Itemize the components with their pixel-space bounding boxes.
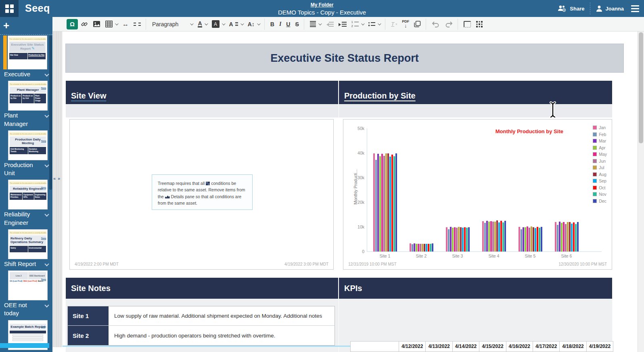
legend-item-feb[interactable]: Feb bbox=[593, 132, 607, 137]
sidebar-item-oee-not-today[interactable]: OEE not today bbox=[0, 300, 52, 319]
site-notes-table[interactable]: Site 1 Low supply of raw material. Addit… bbox=[67, 306, 335, 346]
italic-button[interactable]: I bbox=[277, 20, 283, 29]
chevron-down-icon[interactable] bbox=[44, 72, 49, 76]
line-height-button[interactable]: A↕ bbox=[246, 20, 261, 29]
sidebar-thumbnail-reliability-engineer[interactable]: The schedule for this document is curren… bbox=[8, 180, 48, 210]
font-size-button[interactable]: A bbox=[227, 20, 245, 29]
sidebar-scrollbar-thumb[interactable] bbox=[49, 36, 52, 190]
legend-item-apr[interactable]: Apr bbox=[593, 145, 607, 150]
sidebar-bottom-highlight bbox=[0, 343, 49, 348]
site-note-cell[interactable]: Low supply of raw material. Additional s… bbox=[109, 306, 335, 325]
sidebar-item-reliability-engineer[interactable]: Reliability Engineer bbox=[0, 210, 52, 228]
undo-button[interactable] bbox=[430, 20, 442, 29]
chevron-down-icon[interactable] bbox=[44, 303, 49, 307]
kpi-table[interactable]: 4/12/20224/13/20224/14/20224/15/20224/16… bbox=[350, 341, 613, 352]
full-width-button[interactable]: ↔ bbox=[120, 19, 131, 29]
highlight-color-button[interactable]: A bbox=[210, 19, 226, 29]
treemap-warning[interactable]: Treemap requires that all conditions be … bbox=[152, 174, 253, 210]
hamburger-menu-icon[interactable] bbox=[629, 4, 641, 14]
user-menu[interactable]: Joanna bbox=[596, 5, 624, 12]
paragraph-style-dropdown[interactable]: Paragraph bbox=[150, 20, 195, 29]
section-header-kpis[interactable]: KPIs bbox=[339, 278, 612, 299]
legend-item-oct[interactable]: Oct bbox=[593, 185, 607, 190]
table-row: Site 1 Low supply of raw material. Addit… bbox=[68, 306, 335, 326]
legend-label: Mar bbox=[599, 138, 606, 143]
bullet-list-dropdown[interactable] bbox=[366, 21, 383, 27]
sidebar-item-production-unit[interactable]: Production Unit bbox=[0, 160, 52, 179]
legend-item-may[interactable]: May bbox=[593, 152, 607, 157]
legend-item-aug[interactable]: Aug bbox=[593, 172, 607, 177]
copy-document-button[interactable] bbox=[412, 19, 423, 29]
collapse-sidebar-button[interactable]: « bbox=[53, 176, 56, 181]
background-pattern-button[interactable] bbox=[474, 19, 485, 29]
legend-item-dec[interactable]: Dec bbox=[593, 199, 607, 203]
bar-jul-site-3 bbox=[458, 227, 460, 251]
splitter-strip[interactable] bbox=[53, 31, 57, 347]
font-color-button[interactable]: A bbox=[196, 20, 209, 29]
sidebar-item-shift-report[interactable]: Shift Report bbox=[0, 259, 52, 270]
document-canvas[interactable]: Executive Site Status Report Site View P… bbox=[63, 31, 638, 352]
sidebar-item-executive[interactable]: Executive bbox=[0, 69, 52, 80]
sidebar-item-batch-report[interactable]: Batch Report bbox=[0, 350, 52, 352]
bar-jul-site-2 bbox=[422, 244, 423, 252]
bar-jun-site-2 bbox=[420, 244, 421, 251]
export-pdf-button[interactable]: PDF↓ bbox=[400, 19, 411, 29]
bar-mar-site-3 bbox=[450, 227, 452, 251]
section-header-site-view[interactable]: Site View bbox=[66, 81, 338, 104]
bar-jun-site-6 bbox=[565, 224, 567, 251]
indent-button[interactable] bbox=[337, 21, 349, 28]
splitter-strip[interactable] bbox=[58, 31, 61, 347]
align-dropdown[interactable] bbox=[308, 20, 323, 29]
legend-item-nov[interactable]: Nov bbox=[593, 192, 607, 197]
sidebar-thumbnail-executive[interactable]: The schedule for this document is curren… bbox=[8, 36, 47, 69]
underline-button[interactable]: U bbox=[284, 20, 292, 29]
expand-sidebar-button[interactable]: » bbox=[58, 176, 60, 181]
sidebar-thumbnail-shift-report[interactable]: The schedule for this document is curren… bbox=[8, 229, 48, 259]
sidebar-thumbnail-plant-manager[interactable]: The schedule for this document is curren… bbox=[8, 81, 48, 111]
section-header-production-by-site[interactable]: Production by Site bbox=[339, 81, 612, 104]
insert-seeq-content-button[interactable]: Ω bbox=[67, 19, 78, 29]
legend-item-jun[interactable]: Jun bbox=[593, 159, 607, 163]
spacer-row bbox=[339, 105, 612, 117]
page-scrollbar[interactable] bbox=[638, 31, 644, 352]
fixed-width-view-button[interactable] bbox=[462, 20, 473, 29]
share-button[interactable]: Share bbox=[557, 5, 584, 12]
page-break-button[interactable] bbox=[132, 21, 143, 27]
chevron-down-icon[interactable] bbox=[44, 113, 49, 118]
ordered-list-dropdown[interactable]: 12 bbox=[349, 19, 366, 29]
strikethrough-button[interactable]: S bbox=[293, 20, 301, 29]
legend-item-jan[interactable]: Jan bbox=[593, 125, 607, 130]
legend-item-jul[interactable]: Jul bbox=[593, 165, 607, 170]
section-header-site-notes[interactable]: Site Notes bbox=[66, 278, 338, 299]
bar-oct-site-3 bbox=[464, 227, 466, 251]
bold-button[interactable]: B bbox=[268, 20, 276, 29]
breadcrumb[interactable]: My Folder bbox=[311, 2, 334, 8]
chevron-down-icon[interactable] bbox=[44, 163, 49, 167]
sidebar-splitter[interactable]: « » bbox=[52, 31, 63, 347]
legend-item-mar[interactable]: Mar bbox=[593, 138, 607, 143]
chevron-down-icon[interactable] bbox=[44, 262, 49, 266]
image-button[interactable] bbox=[91, 19, 102, 29]
production-chart-panel[interactable]: Monthly Production by Site Monthly Produ… bbox=[343, 119, 612, 270]
bar-may-site-4 bbox=[490, 221, 492, 251]
sidebar-thumbnail-production-unit[interactable]: The schedule for this document is curren… bbox=[8, 130, 48, 160]
bar-mar-site-6 bbox=[559, 222, 560, 251]
report-title-block[interactable]: Executive Site Status Report bbox=[65, 44, 624, 73]
legend-item-sep[interactable]: Sep bbox=[593, 178, 607, 183]
clear-format-button[interactable]: Tx bbox=[389, 20, 399, 28]
redo-button[interactable] bbox=[443, 20, 455, 29]
chevron-down-icon[interactable] bbox=[44, 212, 49, 217]
sidebar-thumbnail-oee[interactable]: Seeq Line 2 OEE Dashboard OA (Last Prod)… bbox=[8, 270, 48, 300]
bar-jun-site-4 bbox=[492, 222, 494, 251]
bar-sep-site-2 bbox=[426, 244, 427, 252]
site-view-panel[interactable]: Treemap requires that all conditions be … bbox=[69, 119, 334, 270]
kpi-date-header: 4/19/2022 bbox=[586, 342, 613, 352]
link-button[interactable] bbox=[79, 19, 90, 29]
sidebar-item-plant-manager[interactable]: Plant Manager bbox=[0, 111, 52, 130]
seeq-link: Seeq bbox=[41, 237, 46, 239]
add-document-button[interactable]: + bbox=[3, 19, 9, 31]
site-note-cell[interactable]: High demand - production operators being… bbox=[109, 326, 335, 345]
page-scrollbar-thumb[interactable] bbox=[639, 32, 643, 143]
table-button[interactable] bbox=[103, 19, 119, 29]
outdent-button[interactable] bbox=[324, 21, 336, 28]
